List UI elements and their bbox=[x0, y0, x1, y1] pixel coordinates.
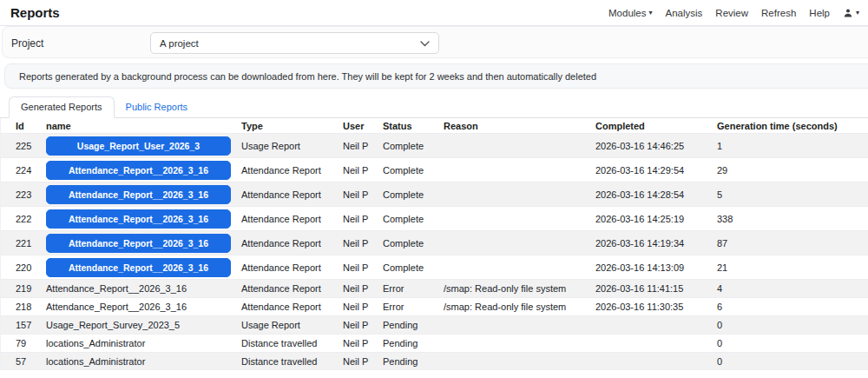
cell-name: Attendance_Report__2026_3_16 bbox=[46, 283, 241, 294]
cell-id: 57 bbox=[16, 356, 46, 367]
cell-generation-time: 5 bbox=[717, 189, 868, 200]
project-label: Project bbox=[11, 37, 43, 50]
table-row: 222 Attendance_Report__2026_3_16 Attenda… bbox=[1, 206, 868, 230]
header-name: name bbox=[46, 121, 241, 131]
header-status: Status bbox=[383, 121, 444, 131]
cell-completed: 2026-03-16 14:13:09 bbox=[595, 262, 717, 273]
cell-generation-time: 338 bbox=[717, 214, 868, 224]
cell-user: Neil P bbox=[343, 165, 383, 176]
cell-reason: /smap: Read-only file system bbox=[444, 283, 595, 294]
cell-completed: 2026-03-16 14:19:34 bbox=[595, 238, 717, 249]
cell-completed: 2026-03-16 14:29:54 bbox=[595, 165, 717, 176]
table-row: 219 Attendance_Report__2026_3_16 Attenda… bbox=[1, 279, 868, 297]
reports-table: Id name Type User Status Reason Complete… bbox=[0, 118, 868, 370]
cell-status: Complete bbox=[383, 238, 444, 249]
cell-type: Distance travelled bbox=[241, 338, 343, 348]
project-select[interactable]: A project bbox=[150, 32, 439, 54]
page-title: Reports bbox=[10, 5, 60, 20]
cell-generation-time: 0 bbox=[717, 356, 868, 367]
cell-status: Pending bbox=[383, 356, 444, 367]
cell-completed: 2026-03-16 11:30:35 bbox=[595, 302, 717, 312]
cell-type: Usage Report bbox=[241, 320, 343, 330]
cell-status: Complete bbox=[383, 262, 444, 273]
cell-type: Attendance Report bbox=[241, 262, 343, 273]
table-header-row: Id name Type User Status Reason Complete… bbox=[1, 118, 868, 133]
table-row: 157 Usage_Report_Survey_2023_5 Usage Rep… bbox=[1, 315, 868, 334]
cell-user: Neil P bbox=[343, 283, 383, 294]
table-row: 221 Attendance_Report__2026_3_16 Attenda… bbox=[1, 230, 868, 255]
header-user: User bbox=[343, 121, 383, 131]
info-notice: Reports generated by a background proces… bbox=[4, 63, 868, 89]
table-row: 223 Attendance_Report__2026_3_16 Attenda… bbox=[1, 182, 868, 206]
cell-user: Neil P bbox=[343, 189, 383, 200]
project-panel: Project A project bbox=[2, 26, 868, 58]
cell-generation-time: 87 bbox=[717, 238, 868, 249]
cell-id: 225 bbox=[16, 141, 46, 151]
chevron-down-icon: ▾ bbox=[856, 10, 859, 17]
user-menu[interactable]: ▾ bbox=[843, 8, 859, 18]
cell-type: Attendance Report bbox=[241, 189, 343, 200]
cell-id: 218 bbox=[16, 302, 46, 312]
menu-analysis[interactable]: Analysis bbox=[666, 8, 703, 18]
menu-review[interactable]: Review bbox=[715, 8, 748, 18]
table-row: 218 Attendance_Report__2026_3_16 Attenda… bbox=[1, 297, 868, 315]
table-row: 225 Usage_Report_User_2026_3 Usage Repor… bbox=[1, 133, 868, 157]
table-body: 225 Usage_Report_User_2026_3 Usage Repor… bbox=[1, 133, 868, 370]
chevron-down-icon: ▾ bbox=[648, 10, 652, 17]
menu-modules[interactable]: Modules ▾ bbox=[608, 8, 652, 18]
project-select-value: A project bbox=[160, 38, 199, 49]
cell-type: Attendance Report bbox=[241, 214, 343, 224]
cell-status: Pending bbox=[383, 338, 444, 348]
header-reason: Reason bbox=[444, 121, 595, 131]
cell-type: Attendance Report bbox=[241, 238, 343, 249]
cell-completed: 2026-03-16 11:41:15 bbox=[595, 283, 717, 294]
cell-status: Complete bbox=[383, 165, 444, 176]
cell-id: 224 bbox=[16, 165, 46, 176]
cell-user: Neil P bbox=[343, 320, 383, 330]
report-download-button[interactable]: Attendance_Report__2026_3_16 bbox=[46, 185, 231, 204]
cell-status: Complete bbox=[383, 214, 444, 224]
cell-id: 157 bbox=[16, 320, 46, 330]
cell-user: Neil P bbox=[343, 262, 383, 273]
cell-type: Usage Report bbox=[241, 141, 343, 151]
tab-public-reports[interactable]: Public Reports bbox=[115, 97, 200, 117]
report-download-button[interactable]: Usage_Report_User_2026_3 bbox=[46, 136, 231, 156]
report-download-button[interactable]: Attendance_Report__2026_3_16 bbox=[46, 234, 231, 253]
cell-user: Neil P bbox=[343, 214, 383, 224]
cell-name: locations_Administrator bbox=[46, 356, 241, 367]
cell-type: Attendance Report bbox=[241, 165, 343, 176]
cell-completed: 2026-03-16 14:28:54 bbox=[595, 189, 717, 200]
cell-id: 223 bbox=[16, 189, 46, 200]
tab-generated-reports[interactable]: Generated Reports bbox=[9, 96, 115, 118]
cell-user: Neil P bbox=[343, 302, 383, 312]
report-download-button[interactable]: Attendance_Report__2026_3_16 bbox=[46, 258, 231, 277]
cell-user: Neil P bbox=[343, 238, 383, 249]
report-download-button[interactable]: Attendance_Report__2026_3_16 bbox=[46, 209, 231, 229]
report-download-button[interactable]: Attendance_Report__2026_3_16 bbox=[46, 161, 231, 180]
table-row: 79 locations_Administrator Distance trav… bbox=[1, 334, 868, 352]
cell-completed: 2026-03-16 14:46:25 bbox=[595, 141, 717, 151]
cell-generation-time: 1 bbox=[717, 141, 868, 151]
cell-status: Error bbox=[383, 283, 444, 294]
cell-user: Neil P bbox=[343, 338, 383, 348]
cell-completed: 2026-03-16 14:25:19 bbox=[595, 214, 717, 224]
header-generation-time: Generation time (seconds) bbox=[717, 121, 868, 131]
menu-help[interactable]: Help bbox=[809, 8, 830, 18]
cell-id: 222 bbox=[16, 214, 46, 224]
menu-modules-label: Modules bbox=[608, 8, 646, 18]
cell-reason: /smap: Read-only file system bbox=[444, 302, 595, 312]
cell-generation-time: 29 bbox=[717, 165, 868, 176]
cell-generation-time: 6 bbox=[717, 302, 868, 312]
menu-refresh[interactable]: Refresh bbox=[761, 8, 796, 18]
header-id: Id bbox=[16, 121, 46, 131]
cell-type: Distance travelled bbox=[241, 356, 343, 367]
header-completed: Completed bbox=[595, 121, 717, 131]
cell-generation-time: 0 bbox=[717, 320, 868, 330]
cell-id: 79 bbox=[16, 338, 46, 348]
cell-user: Neil P bbox=[343, 356, 383, 367]
nav-menu: Modules ▾ Analysis Review Refresh Help ▾ bbox=[608, 8, 859, 18]
cell-name: Usage_Report_Survey_2023_5 bbox=[46, 320, 241, 330]
top-navbar: Reports Modules ▾ Analysis Review Refres… bbox=[0, 0, 868, 26]
cell-name: Attendance_Report__2026_3_16 bbox=[46, 302, 241, 312]
person-icon bbox=[843, 8, 853, 18]
